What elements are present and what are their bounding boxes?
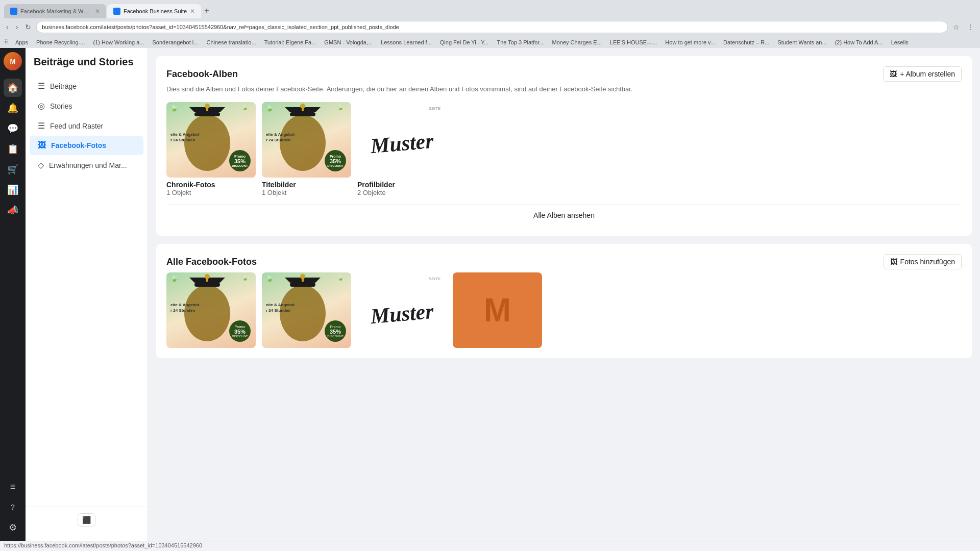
svg-rect-1 <box>194 112 220 116</box>
bookmark-11[interactable]: LEE'S HOUSE—... <box>607 39 660 46</box>
status-bar: https://business.facebook.com/latest/pos… <box>0 541 980 551</box>
sidebar-icon-notifications[interactable]: 🔔 <box>4 99 22 117</box>
sidebar-item-feed[interactable]: ☰ Feed und Raster <box>30 116 143 136</box>
browser-chrome: Facebook Marketing & Werbe... ✕ Facebook… <box>0 0 980 36</box>
icon-sidebar: M 🏠 🔔 💬 📋 🛒 📊 📣 ≡ ? ⚙ <box>0 48 26 541</box>
album-thumb-profilbilder: SEITE Muster <box>357 102 447 178</box>
album-name-titelbilder: Titelbilder <box>262 181 351 189</box>
sidebar-item-stories[interactable]: ◎ Stories <box>30 96 143 116</box>
sidebar-icon-pages[interactable]: 📋 <box>4 140 22 158</box>
sidebar-label-erwahnungen: Erwähnungen und Mar... <box>49 161 127 169</box>
tab-favicon-2 <box>113 8 120 15</box>
tab-1[interactable]: Facebook Marketing & Werbe... ✕ <box>4 4 106 18</box>
sidebar-collapse-button[interactable]: ⬛ <box>78 513 95 527</box>
add-photos-button[interactable]: 🖼 Fotos hinzufügen <box>884 254 962 269</box>
svg-rect-17 <box>290 283 315 287</box>
album-item-chronik[interactable]: 🍃 🍃 Promo 35% <box>166 102 256 196</box>
album-item-profilbilder[interactable]: SEITE Muster Profilbilder 2 Objekte <box>357 102 447 196</box>
user-avatar[interactable]: M <box>4 52 22 70</box>
sidebar-label-fotos: Facebook-Fotos <box>51 141 106 149</box>
svg-rect-12 <box>194 283 220 287</box>
sidebar-icon-home[interactable]: 🏠 <box>4 79 22 97</box>
album-thumb-titelbilder: 🍃 🍃 Promo 35% <box>262 102 351 178</box>
bookmark-15[interactable]: (2) How To Add A... <box>832 39 886 46</box>
album-count-chronik: 1 Objekt <box>166 189 256 196</box>
photo-item-3[interactable]: SEITE Muster <box>357 272 447 348</box>
photos-section-header: Alle Facebook-Fotos 🖼 Fotos hinzufügen <box>166 254 962 269</box>
bookmark-14[interactable]: Student Wants an... <box>774 39 829 46</box>
album-name-chronik: Chronik-Fotos <box>166 181 256 189</box>
add-album-icon: 🖼 <box>890 70 897 78</box>
sidebar-icon-messages[interactable]: 💬 <box>4 119 22 138</box>
tab-favicon-1 <box>10 8 17 15</box>
sidebar-item-erwahnungen[interactable]: ◇ Erwähnungen und Mar... <box>30 155 143 175</box>
album-count-profilbilder: 2 Objekte <box>357 189 447 196</box>
bookmark-9[interactable]: The Top 3 Platfor... <box>494 39 547 46</box>
bookmark-6[interactable]: GMSN - Vologda,... <box>321 39 376 46</box>
nav-sidebar: Beiträge und Stories ☰ Beiträge ◎ Storie… <box>26 48 148 541</box>
sidebar-icon-ads[interactable]: 📣 <box>4 201 22 219</box>
fotos-icon: 🖼 <box>38 141 46 150</box>
reload-button[interactable]: ↻ <box>23 22 33 32</box>
albums-section-header: Facebook-Alben 🖼 + Album erstellen <box>166 66 962 82</box>
app-layout: M 🏠 🔔 💬 📋 🛒 📊 📣 ≡ ? ⚙ Beiträge und Stori… <box>0 48 980 541</box>
sidebar-label-beitraege: Beiträge <box>50 82 77 90</box>
bookmark-16[interactable]: Leselis <box>888 39 912 46</box>
bookmark-13[interactable]: Datenschutz – R... <box>720 39 773 46</box>
erwahnungen-icon: ◇ <box>38 160 44 170</box>
bookmark-apps[interactable]: Apps <box>12 39 31 46</box>
photo-item-1[interactable]: 🍃 🍃 Promo 35% DISCOUNT <box>166 272 256 348</box>
sidebar-icon-insights[interactable]: 📊 <box>4 181 22 199</box>
address-bar-row: ‹ › ↻ business.facebook.com/latest/posts… <box>0 18 980 36</box>
beitraege-icon: ☰ <box>38 81 45 91</box>
tab-2[interactable]: Facebook Business Suite ✕ <box>107 4 201 18</box>
add-album-label: + Album erstellen <box>900 70 955 78</box>
photo-item-4[interactable]: M <box>453 272 542 348</box>
new-tab-button[interactable]: + <box>204 6 209 15</box>
album-name-profilbilder: Profilbilder <box>357 181 447 189</box>
tab-close-2[interactable]: ✕ <box>190 8 195 15</box>
bookmark-12[interactable]: How to get more v... <box>662 39 718 46</box>
bookmark-2[interactable]: (1) How Working a... <box>90 39 147 46</box>
photo-item-2[interactable]: 🍃 🍃 Promo 35% DISCOUNT <box>262 272 351 348</box>
add-album-button[interactable]: 🖼 + Album erstellen <box>883 66 962 82</box>
album-item-titelbilder[interactable]: 🍃 🍃 Promo 35% <box>262 102 351 196</box>
main-content: Facebook-Alben 🖼 + Album erstellen Dies … <box>148 48 980 541</box>
settings-button[interactable]: ⋮ <box>965 22 976 32</box>
bookmark-10[interactable]: Money Charges E... <box>549 39 605 46</box>
tab-close-1[interactable]: ✕ <box>95 8 100 15</box>
address-bar[interactable]: business.facebook.com/latest/posts/photo… <box>36 21 948 33</box>
sidebar-item-fotos[interactable]: 🖼 Facebook-Fotos <box>30 136 143 155</box>
bookmark-button[interactable]: ☆ <box>951 22 962 32</box>
nav-sidebar-title: Beiträge und Stories <box>26 56 148 76</box>
svg-point-16 <box>280 285 326 341</box>
stories-icon: ◎ <box>38 101 45 111</box>
add-photos-icon: 🖼 <box>890 258 897 266</box>
orange-m-letter: M <box>484 291 511 329</box>
forward-button[interactable]: › <box>14 22 20 32</box>
bookmark-1[interactable]: Phone Recycling-... <box>33 39 88 46</box>
album-count-titelbilder: 1 Objekt <box>262 189 351 196</box>
sidebar-item-beitraege[interactable]: ☰ Beiträge <box>30 76 143 96</box>
tab-label-2: Facebook Business Suite <box>124 8 187 14</box>
sidebar-icon-help[interactable]: ? <box>4 498 22 516</box>
sidebar-icon-commerce[interactable]: 🛒 <box>4 160 22 179</box>
bookmark-3[interactable]: Sonderangebot i... <box>150 39 202 46</box>
svg-point-15 <box>205 274 210 279</box>
sidebar-icon-more[interactable]: ≡ <box>4 478 22 496</box>
status-url: https://business.facebook.com/latest/pos… <box>4 542 202 548</box>
bookmark-4[interactable]: Chinese translatio... <box>203 39 259 46</box>
photo-grid: 🍃 🍃 Promo 35% DISCOUNT <box>166 272 962 348</box>
svg-point-4 <box>205 104 210 109</box>
sidebar-icon-settings[interactable]: ⚙ <box>4 518 22 537</box>
bookmark-8[interactable]: Qing Fei De Yi - Y... <box>437 39 492 46</box>
svg-point-0 <box>184 115 230 171</box>
svg-point-9 <box>300 104 305 109</box>
bookmark-7[interactable]: Lessons Learned f... <box>378 39 435 46</box>
back-button[interactable]: ‹ <box>4 22 11 32</box>
view-all-albums-button[interactable]: Alle Alben ansehen <box>166 205 962 226</box>
svg-rect-6 <box>290 112 315 116</box>
svg-point-20 <box>300 274 305 279</box>
bookmark-5[interactable]: Tutorial: Eigene Fa... <box>261 39 320 46</box>
svg-point-5 <box>280 115 326 171</box>
